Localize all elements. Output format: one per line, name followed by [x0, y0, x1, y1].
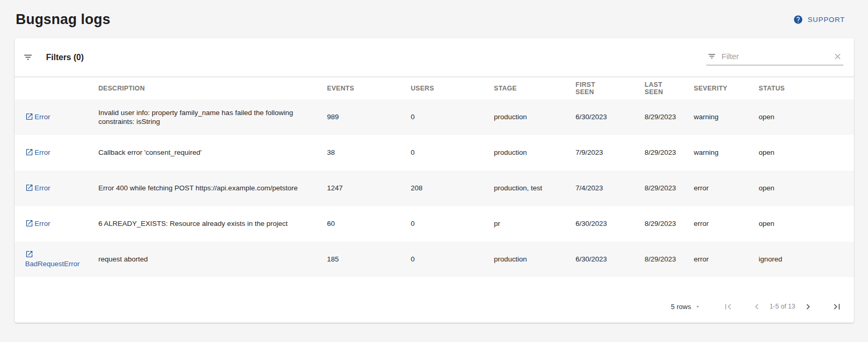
dropdown-caret-icon	[695, 304, 701, 310]
description-cell: 6 ALREADY_EXISTS: Resource already exist…	[98, 206, 327, 242]
logs-table: DESCRIPTION EVENTS USERS STAGE FIRST SEE…	[15, 77, 854, 277]
filters-toggle[interactable]: Filters (0)	[23, 52, 84, 62]
users-cell: 0	[411, 135, 494, 170]
description-cell: Error 400 while fetching POST https://ap…	[98, 170, 327, 206]
open-in-new-icon	[25, 219, 33, 227]
column-header-events: EVENTS	[327, 77, 411, 99]
first-seen-cell: 6/30/2023	[576, 99, 645, 135]
users-cell: 0	[411, 242, 494, 277]
severity-cell: error	[694, 242, 759, 277]
users-cell: 0	[411, 99, 494, 135]
error-link[interactable]: Error	[25, 184, 50, 192]
table-row: Error 6 ALREADY_EXISTS: Resource already…	[15, 206, 854, 242]
table-row: Error Callback error 'consent_required' …	[15, 135, 854, 170]
severity-cell: warning	[694, 135, 759, 170]
help-icon	[793, 15, 803, 25]
users-cell: 208	[411, 170, 494, 206]
first-page-button[interactable]	[723, 301, 734, 312]
filter-box	[706, 50, 843, 65]
stage-cell: production	[494, 99, 576, 135]
last-seen-cell: 8/29/2023	[645, 206, 694, 242]
page-title: Bugsnag logs	[16, 12, 110, 28]
first-seen-cell: 6/30/2023	[576, 206, 645, 242]
column-header-description: DESCRIPTION	[98, 77, 327, 99]
clear-filter-button[interactable]	[833, 52, 842, 61]
open-in-new-icon	[25, 184, 33, 192]
description-cell: Invalid user info: property family_name …	[98, 99, 327, 135]
events-cell: 185	[327, 242, 411, 277]
events-cell: 60	[327, 206, 411, 242]
page-header: Bugsnag logs SUPPORT	[0, 0, 868, 38]
severity-cell: error	[694, 206, 759, 242]
rows-per-page-value: 5 rows	[671, 303, 691, 311]
table-row: Error Invalid user info: property family…	[15, 99, 854, 135]
error-link[interactable]: Error	[25, 220, 50, 227]
filter-icon	[707, 52, 716, 61]
filter-input[interactable]	[722, 52, 828, 61]
open-in-new-icon	[25, 112, 33, 121]
first-seen-cell: 6/30/2023	[576, 242, 645, 277]
last-seen-cell: 8/29/2023	[645, 170, 694, 206]
table-header-row: DESCRIPTION EVENTS USERS STAGE FIRST SEE…	[15, 77, 854, 99]
logs-card: Filters (0) DESCRIPTION EVENTS USERS STA	[15, 38, 854, 323]
open-in-new-icon	[25, 148, 33, 156]
stage-cell: production	[494, 242, 576, 277]
status-cell: open	[759, 170, 854, 206]
column-header-first-seen: FIRST SEEN	[576, 77, 645, 99]
severity-cell: warning	[694, 99, 759, 135]
last-page-button[interactable]	[831, 301, 842, 312]
previous-page-button[interactable]	[751, 301, 762, 312]
events-cell: 1247	[327, 170, 411, 206]
users-cell: 0	[411, 206, 494, 242]
events-cell: 38	[327, 135, 411, 170]
severity-cell: error	[694, 170, 759, 206]
first-seen-cell: 7/4/2023	[576, 170, 645, 206]
last-seen-cell: 8/29/2023	[645, 242, 694, 277]
filter-list-icon	[23, 52, 33, 62]
stage-cell: production, test	[494, 170, 576, 206]
pagination-bar: 5 rows 1-5 of 13	[15, 277, 854, 323]
description-cell: Callback error 'consent_required'	[98, 135, 327, 170]
status-cell: open	[759, 99, 854, 135]
table-row: BadRequestError request aborted 185 0 pr…	[15, 242, 854, 277]
open-in-new-icon	[25, 250, 33, 258]
last-seen-cell: 8/29/2023	[645, 135, 694, 170]
error-link[interactable]: Error	[25, 113, 50, 121]
error-link[interactable]: Error	[25, 149, 50, 156]
support-link[interactable]: SUPPORT	[793, 15, 845, 25]
column-header-link	[15, 77, 98, 99]
stage-cell: production	[494, 135, 576, 170]
events-cell: 989	[327, 99, 411, 135]
column-header-stage: STAGE	[494, 77, 576, 99]
last-seen-cell: 8/29/2023	[645, 99, 694, 135]
support-label: SUPPORT	[808, 16, 845, 24]
description-cell: request aborted	[98, 242, 327, 277]
column-header-status: STATUS	[759, 77, 854, 99]
status-cell: ignored	[759, 242, 854, 277]
rows-per-page-select[interactable]: 5 rows	[671, 303, 700, 311]
status-cell: open	[759, 135, 854, 170]
column-header-severity: SEVERITY	[694, 77, 759, 99]
column-header-last-seen: LAST SEEN	[645, 77, 694, 99]
filters-label: Filters (0)	[46, 53, 84, 62]
pagination-range: 1-5 of 13	[770, 303, 795, 310]
first-seen-cell: 7/9/2023	[576, 135, 645, 170]
stage-cell: pr	[494, 206, 576, 242]
status-cell: open	[759, 206, 854, 242]
error-link[interactable]: BadRequestError	[25, 250, 80, 268]
next-page-button[interactable]	[803, 301, 814, 312]
table-row: Error Error 400 while fetching POST http…	[15, 170, 854, 206]
column-header-users: USERS	[411, 77, 494, 99]
card-toolbar: Filters (0)	[15, 38, 854, 77]
